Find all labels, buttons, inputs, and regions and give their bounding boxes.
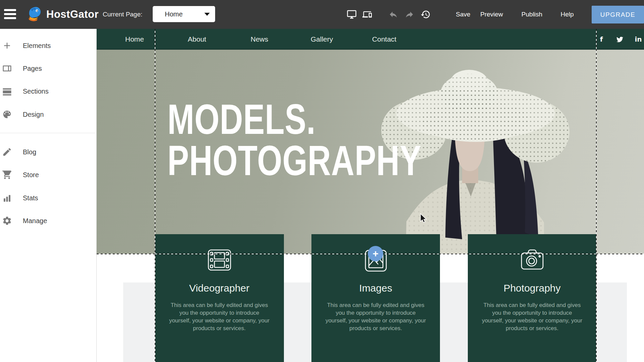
plus-icon bbox=[2, 41, 12, 51]
editor-sidebar: Elements Pages Sections Design Blog Stor… bbox=[0, 29, 97, 362]
upgrade-button[interactable]: UPGRADE bbox=[592, 6, 644, 23]
site-preview-canvas: Home About News Gallery Contact f in bbox=[97, 29, 644, 362]
selection-border-right[interactable] bbox=[596, 29, 597, 362]
selection-border-left[interactable] bbox=[155, 29, 155, 362]
facebook-icon[interactable]: f bbox=[598, 36, 605, 43]
page-select-dropdown[interactable]: Home bbox=[153, 6, 215, 22]
sidebar-item-label: Manage bbox=[23, 217, 47, 225]
add-image-plus-badge[interactable]: + bbox=[368, 246, 383, 261]
sidebar-item-label: Design bbox=[23, 111, 44, 118]
site-nav-news[interactable]: News bbox=[228, 29, 291, 50]
sidebar-item-store[interactable]: Store bbox=[0, 167, 97, 182]
sidebar-divider bbox=[0, 133, 97, 133]
preview-button[interactable]: Preview bbox=[475, 0, 508, 29]
history-icon[interactable] bbox=[419, 0, 432, 29]
twitter-icon[interactable] bbox=[616, 36, 624, 43]
sidebar-item-label: Stats bbox=[23, 194, 38, 202]
hero-section[interactable]: MODELS. PHOTOGRAPHY bbox=[97, 50, 644, 254]
page-select-value: Home bbox=[165, 10, 204, 18]
card-body: This area can be fully edited and gives … bbox=[168, 301, 270, 332]
mouse-cursor-icon bbox=[420, 213, 429, 223]
pencil-icon bbox=[2, 147, 12, 157]
undo-icon[interactable] bbox=[387, 0, 400, 29]
social-links: f in bbox=[598, 29, 642, 50]
card-title: Photography bbox=[468, 282, 596, 294]
gear-icon bbox=[2, 216, 12, 226]
chevron-down-icon bbox=[204, 13, 210, 16]
sidebar-item-label: Elements bbox=[23, 42, 51, 50]
sidebar-item-elements[interactable]: Elements bbox=[0, 38, 97, 53]
sections-icon bbox=[2, 86, 12, 96]
sidebar-item-sections[interactable]: Sections bbox=[0, 84, 97, 99]
save-button[interactable]: Save bbox=[450, 0, 477, 29]
current-page-label: Current Page: bbox=[103, 0, 142, 29]
sidebar-item-label: Blog bbox=[23, 148, 36, 156]
site-nav-home[interactable]: Home bbox=[103, 29, 166, 50]
site-nav-gallery[interactable]: Gallery bbox=[291, 29, 353, 50]
site-nav-about[interactable]: About bbox=[166, 29, 228, 50]
sidebar-item-label: Pages bbox=[23, 65, 42, 72]
site-nav-contact[interactable]: Contact bbox=[353, 29, 415, 50]
camera-icon bbox=[468, 248, 596, 274]
top-toolbar: HostGator Current Page: Home Save Previe… bbox=[0, 0, 644, 29]
site-nav-links: Home About News Gallery Contact bbox=[103, 29, 415, 50]
desktop-preview-icon[interactable] bbox=[345, 0, 358, 29]
site-navbar[interactable]: Home About News Gallery Contact f in bbox=[97, 29, 644, 50]
hero-title-line2: PHOTOGRAPHY bbox=[167, 140, 422, 181]
sidebar-item-manage[interactable]: Manage bbox=[0, 213, 97, 228]
sidebar-item-label: Store bbox=[23, 171, 39, 179]
film-icon bbox=[155, 248, 284, 274]
sidebar-item-stats[interactable]: Stats bbox=[0, 191, 97, 205]
hostgator-logo: HostGator bbox=[26, 5, 99, 24]
brand-wordmark: HostGator bbox=[46, 8, 99, 20]
stats-icon bbox=[2, 193, 12, 203]
linkedin-icon[interactable]: in bbox=[635, 36, 642, 43]
redo-icon[interactable] bbox=[403, 0, 416, 29]
mobile-preview-icon[interactable] bbox=[360, 0, 374, 29]
sidebar-item-blog[interactable]: Blog bbox=[0, 145, 97, 159]
sidebar-item-design[interactable]: Design bbox=[0, 107, 97, 122]
card-body: This area can be fully edited and gives … bbox=[481, 301, 583, 332]
pages-icon bbox=[2, 63, 12, 73]
sidebar-item-pages[interactable]: Pages bbox=[0, 61, 97, 76]
hamburger-menu-icon[interactable] bbox=[4, 9, 16, 20]
card-title: Videographer bbox=[155, 282, 284, 294]
hostgator-builder-window: HostGator Current Page: Home Save Previe… bbox=[0, 0, 644, 362]
publish-button[interactable]: Publish bbox=[517, 0, 547, 29]
cart-icon bbox=[2, 170, 12, 180]
hero-title[interactable]: MODELS. PHOTOGRAPHY bbox=[167, 99, 422, 181]
help-button[interactable]: Help bbox=[555, 0, 579, 29]
hero-title-line1: MODELS. bbox=[167, 99, 422, 140]
gator-mascot-icon bbox=[26, 5, 44, 24]
card-title: Images bbox=[311, 282, 440, 294]
sidebar-item-label: Sections bbox=[23, 88, 49, 95]
card-body: This area can be fully edited and gives … bbox=[325, 301, 427, 332]
palette-icon bbox=[2, 109, 12, 119]
